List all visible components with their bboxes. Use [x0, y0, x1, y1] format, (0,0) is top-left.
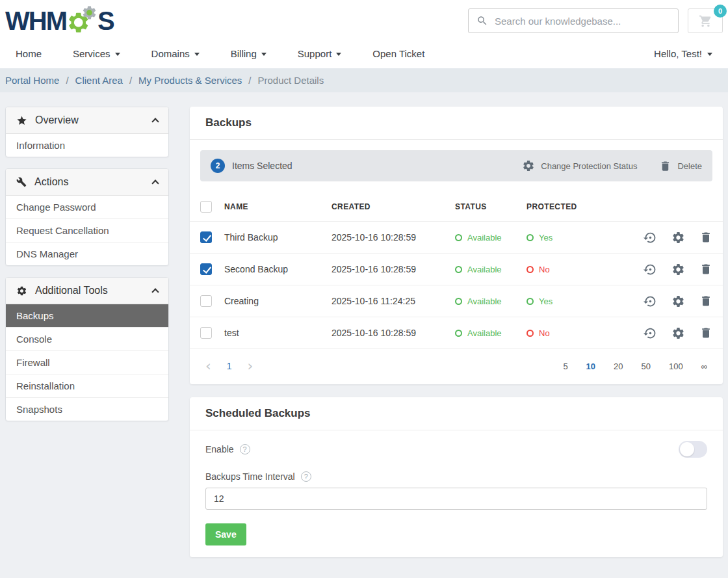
- star-icon: [16, 115, 27, 126]
- page-number[interactable]: 1: [227, 361, 232, 371]
- breadcrumb-separator: /: [66, 75, 68, 86]
- chevron-down-icon: [115, 53, 120, 56]
- page-size-infinity[interactable]: ∞: [701, 361, 707, 371]
- table-row: Third Backup 2025-10-16 10:28:59 Availab…: [190, 222, 723, 254]
- row-checkbox[interactable]: [200, 263, 212, 275]
- status-cell: Available: [455, 233, 526, 243]
- table-header: NAME CREATED STATUS PROTECTED: [190, 192, 723, 222]
- sidebar-item-change-password[interactable]: Change Password: [6, 196, 168, 219]
- cart-count-badge: 0: [714, 5, 727, 18]
- panel-title: Overview: [35, 114, 79, 126]
- restore-icon[interactable]: [644, 231, 657, 244]
- sidebar-item-console[interactable]: Console: [6, 328, 168, 351]
- sidebar-item-request-cancellation[interactable]: Request Cancellation: [6, 219, 168, 243]
- change-protection-status-button[interactable]: Change Protection Status: [522, 159, 637, 172]
- whmcs-logo[interactable]: WHM S: [5, 6, 114, 36]
- wrench-icon: [16, 177, 27, 187]
- protected-cell: Yes: [526, 296, 644, 306]
- sidebar-panel-overview-header[interactable]: Overview: [6, 107, 168, 134]
- page-size[interactable]: 20: [614, 361, 623, 371]
- status-ring-icon: [455, 234, 462, 241]
- backups-panel-title: Backups: [190, 107, 723, 140]
- settings-icon[interactable]: [671, 295, 685, 308]
- breadcrumb-separator: /: [129, 75, 132, 86]
- settings-icon[interactable]: [671, 231, 685, 244]
- prev-page-button[interactable]: ‹: [205, 359, 211, 373]
- delete-selected-button[interactable]: Delete: [659, 160, 702, 172]
- breadcrumb: Portal Home / Client Area / My Products …: [0, 68, 728, 92]
- search-input[interactable]: [495, 16, 670, 27]
- logo-gears-icon: [66, 6, 98, 36]
- cart-icon: [699, 14, 712, 28]
- page-size[interactable]: 100: [669, 361, 683, 371]
- cart-button[interactable]: 0: [688, 8, 723, 33]
- column-header-protected: PROTECTED: [526, 202, 712, 211]
- select-all-checkbox[interactable]: [200, 201, 212, 213]
- row-checkbox[interactable]: [200, 231, 212, 243]
- panel-title: Actions: [34, 176, 68, 188]
- breadcrumb-products-services[interactable]: My Products & Services: [138, 75, 242, 86]
- nav-item-support[interactable]: Support: [298, 48, 342, 59]
- save-button[interactable]: Save: [205, 523, 246, 545]
- sidebar-item-backups[interactable]: Backups: [6, 304, 168, 328]
- user-menu[interactable]: Hello, Test!: [654, 48, 712, 59]
- help-icon[interactable]: ?: [240, 444, 250, 454]
- sidebar-panel-actions: Actions Change Password Request Cancella…: [5, 168, 169, 266]
- trash-icon[interactable]: [699, 231, 712, 244]
- backup-name: Second Backup: [224, 264, 332, 274]
- trash-icon[interactable]: [699, 295, 712, 308]
- breadcrumb-client-area[interactable]: Client Area: [75, 75, 123, 86]
- restore-icon[interactable]: [644, 295, 657, 308]
- status-text: Available: [467, 265, 502, 274]
- chevron-down-icon: [336, 53, 341, 56]
- sidebar-item-dns-manager[interactable]: DNS Manager: [6, 243, 168, 265]
- page-size[interactable]: 10: [586, 361, 595, 371]
- sidebar-item-information[interactable]: Information: [6, 134, 168, 157]
- restore-icon[interactable]: [644, 263, 657, 276]
- status-cell: Available: [455, 265, 526, 274]
- nav-item-domains[interactable]: Domains: [151, 48, 200, 59]
- nav-item-billing[interactable]: Billing: [231, 48, 266, 59]
- protected-ring-icon: [526, 234, 534, 241]
- settings-icon[interactable]: [671, 263, 685, 276]
- protected-cell: Yes: [526, 233, 644, 243]
- page-size[interactable]: 5: [563, 361, 567, 371]
- trash-icon: [659, 160, 671, 172]
- selected-items-label: Items Selected: [232, 161, 292, 171]
- sidebar-item-reinstallation[interactable]: Reinstallation: [6, 374, 168, 398]
- interval-input[interactable]: [205, 488, 707, 510]
- chevron-down-icon: [194, 53, 200, 56]
- backup-name: Third Backup: [224, 232, 332, 243]
- trash-icon[interactable]: [699, 263, 712, 276]
- settings-icon[interactable]: [671, 326, 685, 340]
- nav-item-home[interactable]: Home: [16, 48, 42, 59]
- sidebar-item-firewall[interactable]: Firewall: [6, 351, 168, 374]
- search-icon: [476, 15, 488, 27]
- sidebar-item-snapshots[interactable]: Snapshots: [6, 398, 168, 421]
- backup-created: 2025-10-16 11:24:25: [332, 296, 455, 306]
- row-checkbox[interactable]: [200, 327, 212, 339]
- sidebar-panel-additional-tools-header[interactable]: Additional Tools: [6, 278, 168, 304]
- trash-icon[interactable]: [699, 326, 712, 339]
- row-checkbox[interactable]: [200, 295, 212, 307]
- protected-ring-icon: [526, 266, 534, 273]
- breadcrumb-portal-home[interactable]: Portal Home: [5, 75, 59, 86]
- page-size[interactable]: 50: [642, 361, 651, 371]
- nav-item-services[interactable]: Services: [73, 48, 120, 59]
- nav-item-open-ticket[interactable]: Open Ticket: [372, 48, 424, 59]
- selection-bar: 2 Items Selected Change Protection Statu…: [200, 150, 712, 181]
- chevron-up-icon: [151, 118, 159, 125]
- enable-label: Enable: [205, 444, 234, 454]
- protected-ring-icon: [526, 298, 534, 305]
- status-cell: Available: [455, 328, 526, 338]
- restore-icon[interactable]: [644, 326, 657, 340]
- interval-label: Backups Time Interval: [205, 471, 295, 482]
- pagination: ‹ 1 › 5 10 20 50 100 ∞: [190, 349, 723, 384]
- help-icon[interactable]: ?: [301, 471, 311, 482]
- backup-created: 2025-10-16 10:28:59: [332, 328, 455, 338]
- knowledgebase-search: [468, 8, 679, 33]
- next-page-button[interactable]: ›: [248, 359, 254, 373]
- sidebar-panel-actions-header[interactable]: Actions: [6, 169, 168, 196]
- enable-toggle[interactable]: [679, 441, 707, 458]
- protected-cell: No: [526, 328, 644, 338]
